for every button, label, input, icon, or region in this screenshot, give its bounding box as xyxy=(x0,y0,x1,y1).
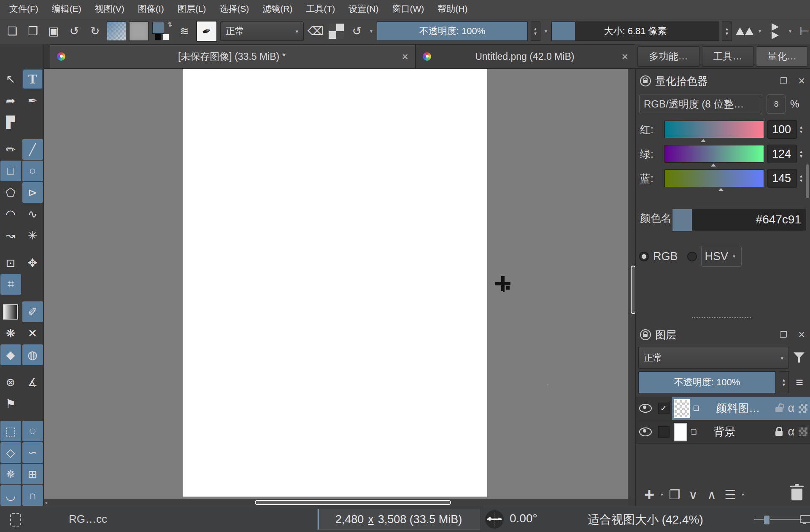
chevron-down-icon[interactable]: ▾ xyxy=(543,28,548,34)
lock-icon[interactable] xyxy=(775,431,783,436)
channel-spinner[interactable]: ▲▼ xyxy=(797,169,805,188)
dynamic-brush-tool[interactable]: ↝ xyxy=(0,225,21,246)
freehand-select-tool[interactable]: ∽ xyxy=(22,442,43,463)
channel-spinner[interactable]: ▲▼ xyxy=(797,120,805,139)
canvas-vertical-scrollbar[interactable] xyxy=(628,69,635,499)
blending-mode-dropdown[interactable]: 正常 ▾ xyxy=(220,21,304,41)
magnetic-select-tool[interactable]: ∩ xyxy=(22,485,43,506)
chevron-down-icon[interactable]: ▾ xyxy=(369,28,374,34)
text-tool[interactable]: T xyxy=(22,69,43,89)
colorize-mask-tool[interactable]: ❋ xyxy=(0,323,21,344)
duplicate-layer-button[interactable]: ❐ xyxy=(666,487,683,502)
gradient-tool[interactable] xyxy=(0,301,21,322)
menu-item[interactable]: 图层(L) xyxy=(171,3,213,15)
channel-gradient-slider[interactable] xyxy=(664,121,764,138)
smart-patch-tool[interactable]: ✕ xyxy=(22,323,43,344)
zoom-slider[interactable] xyxy=(754,519,802,520)
calligraphy-tool[interactable]: ✒ xyxy=(22,90,43,111)
layer-filter-icon[interactable] xyxy=(792,351,807,365)
color-picker-tool[interactable]: ✐ xyxy=(22,301,43,322)
measure-tool[interactable]: ∡ xyxy=(22,372,43,392)
menu-item[interactable]: 图像(I) xyxy=(131,3,171,15)
polygon-select-tool[interactable]: ◇ xyxy=(0,442,21,463)
layer-row[interactable]: ✓ ❏ 颜料图… α xyxy=(636,397,810,420)
black-swatch[interactable] xyxy=(155,34,162,40)
channel-gradient-slider[interactable] xyxy=(664,169,764,187)
fill-tool[interactable]: ◆ xyxy=(0,344,21,365)
canvas-document[interactable] xyxy=(183,69,487,497)
transform-tool[interactable]: ⊡ xyxy=(0,253,21,273)
layer-thumbnail[interactable] xyxy=(674,399,690,418)
multibrush-tool[interactable]: ✳ xyxy=(22,225,43,246)
zoom-level-label[interactable]: 适合视图大小 (42.4%) xyxy=(588,512,703,528)
alpha-lock-checkerboard-icon[interactable] xyxy=(799,404,807,413)
save-button[interactable]: ▣ xyxy=(45,22,62,40)
close-icon[interactable]: × xyxy=(798,328,805,341)
channel-value[interactable]: 100 xyxy=(767,120,797,139)
freehand-brush-tool[interactable]: ✏ xyxy=(0,139,21,160)
layer-opacity-slider[interactable]: 不透明度: 100% xyxy=(638,371,776,393)
line-tool[interactable]: ╱ xyxy=(22,139,43,160)
brush-size-slider[interactable]: 大小: 6.81 像素 xyxy=(551,21,719,41)
layer-row-content[interactable]: ❏ 背景 α xyxy=(672,420,810,443)
menu-item[interactable]: 窗口(W) xyxy=(385,3,431,15)
docker-tab-button[interactable]: 工具… xyxy=(702,46,754,67)
move-layer-down-button[interactable]: ∨ xyxy=(685,487,702,502)
edit-shapes-tool[interactable]: ➦ xyxy=(0,90,21,111)
layer-row[interactable]: ❏ 背景 α xyxy=(636,420,810,444)
move-layer-up-button[interactable]: ∧ xyxy=(703,487,720,502)
canvas-rotation-dial[interactable] xyxy=(485,510,504,529)
delete-layer-button[interactable] xyxy=(791,489,802,500)
polygon-tool[interactable]: ⬠ xyxy=(0,182,21,203)
close-icon[interactable]: × xyxy=(798,75,805,88)
menu-item[interactable]: 视图(V) xyxy=(88,3,131,15)
mirror-horizontal-icon[interactable] xyxy=(765,22,785,40)
document-tab[interactable]: Untitled.png (42.0 MiB) × xyxy=(416,44,635,68)
docker-tab-button[interactable]: 量化… xyxy=(756,46,808,67)
hsv-dropdown[interactable]: HSV ▾ xyxy=(701,246,742,267)
docker-resize-handle[interactable] xyxy=(692,317,751,318)
float-docker-icon[interactable]: ❐ xyxy=(780,330,787,340)
menu-item[interactable]: 文件(F) xyxy=(3,3,45,15)
crop-tool[interactable]: ⌗ xyxy=(0,274,21,295)
white-swatch[interactable] xyxy=(162,34,169,40)
layer-visibility-toggle[interactable] xyxy=(636,427,655,436)
menu-item[interactable]: 帮助(H) xyxy=(431,3,474,15)
reload-preset-button[interactable]: ↺ xyxy=(348,22,366,40)
percent-toggle[interactable]: % xyxy=(790,98,799,110)
alpha-inherit-toggle[interactable]: α xyxy=(788,402,794,415)
zoom-slider-handle[interactable] xyxy=(764,515,770,525)
scroll-left-arrow-icon[interactable]: ◂ xyxy=(45,500,47,505)
alpha-inherit-toggle[interactable]: α xyxy=(788,425,794,438)
bezier-curve-tool[interactable]: ◠ xyxy=(0,204,21,224)
panel-scrollbar-thumb[interactable] xyxy=(806,164,809,198)
layer-properties-button[interactable]: ☰ xyxy=(722,487,739,502)
docker-tab-button[interactable]: 多功能… xyxy=(637,46,699,67)
freehand-path-tool[interactable]: ∿ xyxy=(22,204,43,224)
add-layer-button[interactable]: + xyxy=(641,484,658,505)
channel-value[interactable]: 124 xyxy=(767,145,797,163)
chevron-down-icon[interactable]: ▾ xyxy=(757,28,762,34)
layer-name[interactable]: 颜料图… xyxy=(699,401,775,416)
foreground-background-colors[interactable]: ⇅ xyxy=(151,21,173,41)
canvas-horizontal-scrollbar[interactable]: ◂ xyxy=(44,499,628,506)
move-tool[interactable]: ✥ xyxy=(22,253,43,273)
menu-item[interactable]: 滤镜(R) xyxy=(256,3,299,15)
rgb-radio[interactable] xyxy=(639,252,649,261)
ellipse-tool[interactable]: ○ xyxy=(22,161,43,181)
channel-value[interactable]: 145 xyxy=(767,169,797,188)
layer-thumbnail[interactable] xyxy=(674,423,687,441)
docker-lock-icon[interactable] xyxy=(640,329,651,340)
layer-name[interactable]: 背景 xyxy=(697,425,775,439)
close-icon[interactable]: × xyxy=(394,50,408,63)
channel-gradient-slider[interactable] xyxy=(664,145,764,163)
mirror-vertical-icon[interactable] xyxy=(735,22,754,40)
new-document-button[interactable]: ❏ xyxy=(3,22,21,40)
ellipse-select-tool[interactable]: ◌ xyxy=(22,421,43,441)
layer-visibility-toggle[interactable] xyxy=(636,404,655,413)
slider-marker[interactable] xyxy=(711,164,716,167)
chevron-down-icon[interactable]: ▾ xyxy=(659,492,664,497)
menu-item[interactable]: 设置(N) xyxy=(342,3,385,15)
gradient-swatch[interactable] xyxy=(107,21,126,41)
layer-checkbox[interactable] xyxy=(655,426,672,438)
